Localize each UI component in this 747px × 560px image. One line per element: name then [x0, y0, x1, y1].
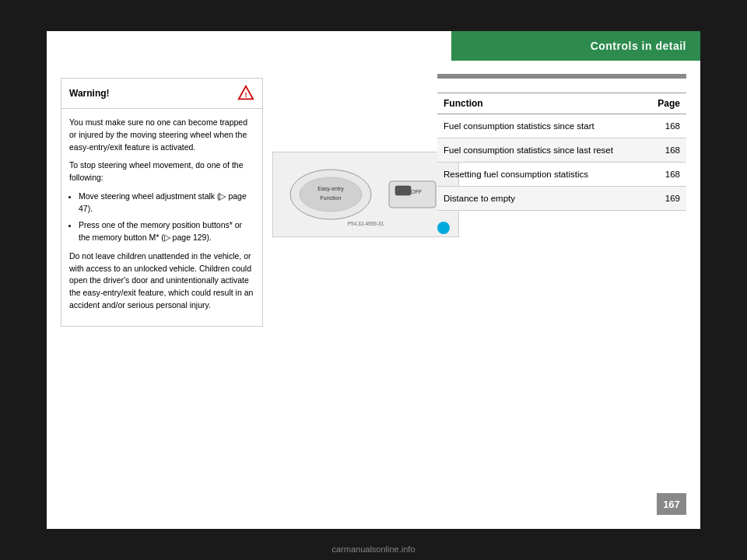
warning-footer: Do not leave children unattended in the … — [69, 250, 254, 312]
page-badge: 167 — [657, 493, 686, 515]
warning-box: Warning! ! You must make sure no one can… — [61, 78, 263, 327]
svg-point-3 — [300, 177, 362, 212]
car-diagram-svg: Easy-entry Function OFF P54.32-4959-31 — [280, 159, 451, 229]
svg-text:Easy-entry: Easy-entry — [317, 186, 344, 192]
row-4-function: Distance to empty — [437, 187, 647, 211]
row-1-function: Fuel consumption statistics since start — [437, 114, 647, 138]
page-content: Controls in detail Warning! ! You must m… — [47, 31, 700, 529]
row-1-page: 168 — [647, 114, 686, 138]
warning-title: Warning! — [69, 88, 110, 99]
table-row: Resetting fuel consumption statistics 16… — [437, 163, 686, 187]
svg-text:!: ! — [244, 91, 247, 99]
col-page-header: Page — [647, 93, 686, 114]
warning-body: You must make sure no one can become tra… — [61, 109, 262, 326]
diagram-container: Easy-entry Function OFF P54.32-4959-31 — [272, 152, 459, 237]
row-3-function: Resetting fuel consumption statistics — [437, 163, 647, 187]
page-number: 167 — [663, 499, 680, 510]
row-2-page: 168 — [647, 138, 686, 163]
svg-text:Function: Function — [321, 195, 342, 201]
warning-bullet-1: Move steering wheel adjustment stalk (▷ … — [79, 191, 254, 215]
section-line — [437, 74, 686, 79]
row-4-page: 169 — [647, 187, 686, 211]
warning-bullet-2: Press one of the memory position buttons… — [79, 219, 254, 244]
row-3-page: 168 — [647, 163, 686, 187]
warning-triangle-icon: ! — [237, 85, 254, 102]
table-row: Fuel consumption statistics since last r… — [437, 138, 686, 163]
svg-rect-7 — [395, 186, 411, 195]
svg-text:P54.32-4959-31: P54.32-4959-31 — [348, 221, 384, 226]
warning-bullets: Move steering wheel adjustment stalk (▷ … — [79, 191, 254, 244]
warning-header: Warning! ! — [61, 79, 262, 109]
table-row: Distance to empty 169 — [437, 187, 686, 211]
col-function-header: Function — [437, 93, 647, 114]
warning-para-1: You must make sure no one can become tra… — [69, 117, 254, 153]
table-row: Fuel consumption statistics since start … — [437, 114, 686, 138]
header-bar: Controls in detail — [451, 31, 700, 61]
watermark: carmanualsonline.info — [0, 544, 747, 554]
row-2-function: Fuel consumption statistics since last r… — [437, 138, 647, 163]
right-column: Function Page Fuel consumption statistic… — [437, 74, 686, 234]
header-title: Controls in detail — [591, 40, 686, 52]
svg-text:OFF: OFF — [411, 189, 422, 194]
warning-para-2: To stop steering wheel movement, do one … — [69, 159, 254, 184]
function-table: Function Page Fuel consumption statistic… — [437, 93, 686, 211]
watermark-text: carmanualsonline.info — [331, 544, 415, 554]
blue-dot-indicator — [437, 222, 450, 234]
